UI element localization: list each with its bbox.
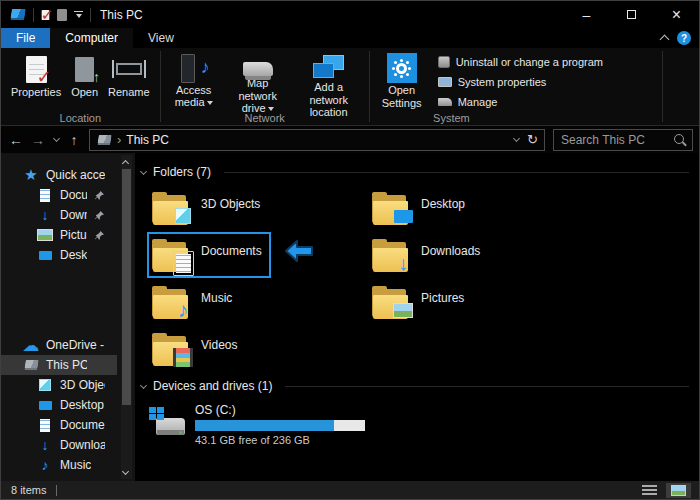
item-label: Quick access — [46, 168, 105, 182]
open-settings-button[interactable]: Open Settings — [376, 51, 428, 111]
sidebar-item-this-pc[interactable]: This PC — [1, 355, 117, 375]
folder-tile[interactable]: Desktop — [367, 185, 491, 231]
item-label: Desktop — [60, 248, 87, 262]
collapse-section-icon[interactable] — [140, 167, 147, 174]
item-label: Documents — [60, 188, 87, 202]
section-rule — [224, 172, 689, 173]
system-properties-button[interactable]: System properties — [438, 73, 603, 91]
onedrive-icon — [23, 337, 39, 353]
search-input[interactable] — [559, 132, 673, 148]
folder-tile[interactable]: Pictures — [367, 279, 491, 325]
scroll-up-icon[interactable] — [122, 160, 129, 167]
open-icon — [75, 57, 94, 82]
qat-customize-caret-icon[interactable] — [74, 11, 83, 18]
rename-label: Rename — [108, 86, 150, 99]
group-label-network: Network — [161, 112, 369, 124]
manage-button[interactable]: Manage — [438, 93, 603, 111]
qat-folder-icon[interactable] — [57, 9, 67, 21]
thumbnail-view-button[interactable] — [666, 483, 691, 498]
uninstall-program-button[interactable]: Uninstall or change a program — [438, 53, 603, 71]
scrollbar-thumb[interactable] — [122, 169, 131, 405]
tab-file[interactable]: File — [1, 28, 50, 48]
folders-section-header[interactable]: Folders (7) — [141, 163, 689, 181]
item-icon — [37, 437, 53, 453]
breadcrumb[interactable]: This PC — [126, 133, 169, 147]
ribbon: Properties Open Rename Location Access m… — [1, 48, 699, 126]
drives-section-header[interactable]: Devices and drives (1) — [141, 377, 689, 395]
access-media-icon — [180, 54, 208, 82]
back-button[interactable] — [5, 129, 27, 151]
sidebar-item-onedrive[interactable]: OneDrive - Dell Te — [1, 335, 135, 355]
drive-tile-os-c[interactable]: OS (C:) 43.1 GB free of 236 GB — [149, 403, 689, 446]
folder-tile[interactable]: Downloads — [367, 232, 491, 278]
chevron-down-icon — [52, 135, 59, 142]
sidebar-item[interactable]: Downloads — [1, 205, 135, 225]
maximize-button[interactable] — [609, 1, 654, 28]
system-properties-icon — [438, 77, 452, 87]
item-icon — [37, 187, 53, 203]
rename-icon — [116, 63, 142, 75]
system-properties-label: System properties — [458, 76, 547, 88]
address-bar[interactable]: This PC — [89, 129, 545, 151]
qat-properties-icon[interactable] — [42, 9, 50, 19]
sidebar-item[interactable]: Documents — [1, 185, 135, 205]
tab-view[interactable]: View — [133, 28, 189, 48]
folder-tile[interactable]: Videos — [147, 326, 271, 372]
thumbnail-view-icon — [671, 485, 686, 496]
group-label-system: System — [370, 112, 534, 124]
sidebar-item[interactable]: Downloads — [1, 435, 135, 455]
folder-overlay-icon — [172, 299, 194, 321]
folder-icon — [152, 285, 190, 319]
address-dropdown-icon[interactable] — [513, 135, 520, 142]
tab-computer[interactable]: Computer — [50, 28, 133, 48]
file-explorer-window: This PC File Computer View Properties Op… — [0, 0, 700, 500]
map-network-drive-button[interactable]: Map network drive — [223, 51, 293, 111]
sidebar-item[interactable]: Desktop — [1, 395, 135, 415]
folder-icon — [372, 238, 410, 272]
minimize-button[interactable] — [564, 1, 609, 28]
access-media-button[interactable]: Access media — [167, 51, 221, 111]
up-button[interactable] — [63, 129, 85, 151]
manage-label: Manage — [458, 96, 498, 108]
separator — [33, 8, 34, 22]
close-button[interactable] — [654, 1, 699, 28]
settings-gear-icon — [387, 53, 417, 83]
item-count: 8 items — [11, 484, 46, 496]
folder-icon — [152, 238, 190, 272]
sidebar-item[interactable]: Desktop — [1, 245, 135, 265]
sidebar-item[interactable]: Pictures — [1, 225, 135, 245]
item-label: This PC — [46, 358, 87, 372]
recent-locations-button[interactable] — [49, 129, 63, 151]
folder-overlay-icon — [392, 205, 414, 227]
folder-tile[interactable]: Documents — [147, 232, 271, 278]
sidebar-item[interactable]: Music — [1, 455, 135, 475]
add-network-location-button[interactable]: Add a network location — [295, 51, 363, 111]
open-button[interactable]: Open — [67, 51, 102, 111]
item-icon — [37, 247, 53, 263]
group-separator — [662, 51, 663, 122]
pin-icon — [94, 190, 105, 201]
scroll-down-icon[interactable] — [122, 468, 129, 475]
properties-button[interactable]: Properties — [7, 51, 65, 111]
refresh-icon[interactable] — [527, 132, 538, 147]
folder-icon — [372, 285, 410, 319]
sidebar-scrollbar[interactable] — [121, 155, 132, 479]
folder-tile[interactable]: Music — [147, 279, 271, 325]
properties-icon — [26, 56, 47, 83]
help-button[interactable] — [677, 31, 691, 45]
search-icon[interactable] — [673, 133, 687, 147]
ribbon-tabs: File Computer View — [1, 28, 699, 48]
folder-label: 3D Objects — [201, 197, 260, 211]
rename-button[interactable]: Rename — [104, 51, 154, 111]
collapse-section-icon[interactable] — [140, 381, 147, 388]
sidebar-item[interactable]: 3D Objects — [1, 375, 135, 395]
sidebar-item[interactable]: Documents — [1, 415, 135, 435]
folder-tile[interactable]: 3D Objects — [147, 185, 271, 231]
maximize-icon — [627, 10, 636, 19]
folder-view: Folders (7) 3D Objects — [135, 153, 699, 481]
collapse-ribbon-icon[interactable] — [660, 35, 670, 45]
forward-button[interactable] — [27, 129, 49, 151]
sidebar-item-quick-access[interactable]: Quick access — [1, 165, 135, 185]
details-view-button[interactable] — [637, 483, 662, 498]
forward-icon — [31, 132, 45, 148]
